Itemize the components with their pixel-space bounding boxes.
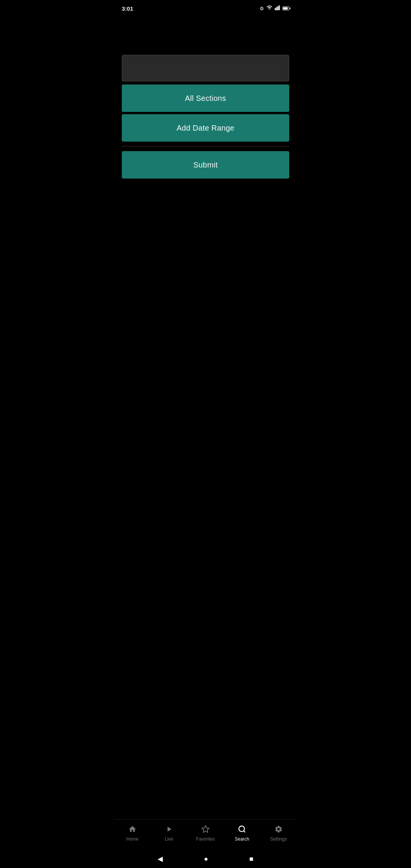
wifi-icon [266, 5, 272, 11]
favorites-icon [201, 825, 210, 835]
nav-item-settings[interactable]: Settings [260, 820, 297, 847]
svg-rect-1 [276, 7, 277, 10]
status-bar: 3:01 ⚙ [114, 0, 297, 17]
status-icons: ⚙ [260, 5, 289, 11]
back-button[interactable]: ◀ [155, 852, 166, 866]
svg-marker-4 [202, 825, 209, 832]
nav-label-home: Home [126, 836, 139, 842]
live-icon [165, 825, 173, 835]
svg-line-6 [244, 831, 245, 832]
home-button[interactable]: ● [201, 852, 211, 866]
svg-point-5 [239, 826, 245, 831]
nav-label-live: Live [165, 836, 173, 842]
nav-label-settings: Settings [270, 836, 287, 842]
nav-item-favorites[interactable]: Favorites [187, 820, 224, 847]
add-date-range-button[interactable]: Add Date Range [122, 114, 289, 142]
home-icon [128, 825, 137, 835]
android-nav: ◀ ● ■ [114, 850, 297, 868]
recent-button[interactable]: ■ [246, 852, 256, 866]
search-input[interactable] [122, 55, 289, 81]
signal-icon [275, 5, 280, 11]
nav-item-live[interactable]: Live [151, 820, 187, 847]
settings-nav-icon [274, 825, 283, 835]
search-nav-icon [238, 825, 246, 835]
divider [122, 146, 289, 147]
bottom-nav: Home Live Favorites Search [114, 819, 297, 850]
status-time: 3:01 [122, 5, 133, 12]
nav-item-home[interactable]: Home [114, 820, 151, 847]
all-sections-button[interactable]: All Sections [122, 85, 289, 112]
settings-status-icon: ⚙ [260, 6, 264, 11]
battery-icon [282, 6, 289, 11]
svg-rect-2 [277, 6, 279, 10]
nav-label-search: Search [235, 836, 249, 842]
nav-label-favorites: Favorites [196, 836, 215, 842]
nav-item-search[interactable]: Search [224, 820, 260, 847]
submit-button[interactable]: Submit [122, 151, 289, 179]
svg-rect-0 [275, 8, 276, 10]
svg-rect-3 [279, 5, 280, 10]
main-content: All Sections Add Date Range Submit [114, 17, 297, 819]
